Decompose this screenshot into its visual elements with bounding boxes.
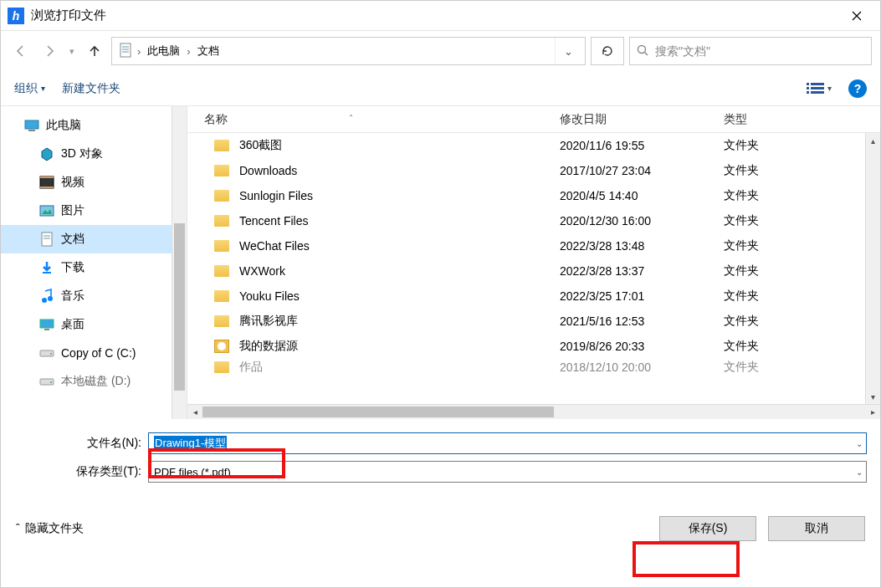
file-row[interactable]: WXWork2022/3/28 13:37文件夹	[187, 258, 865, 284]
search-input[interactable]	[655, 44, 864, 58]
tree-item[interactable]: 3D 对象	[1, 140, 172, 168]
column-name[interactable]: 名称 ˆ	[187, 112, 560, 127]
filelist-vscrollbar[interactable]: ▴ ▾	[865, 133, 880, 404]
tree-item[interactable]: 本地磁盘 (D:)	[1, 367, 172, 396]
svg-point-29	[50, 353, 52, 355]
scroll-down-icon[interactable]: ▾	[866, 389, 880, 404]
folder-tree[interactable]: 此电脑 3D 对象视频图片文档下载音乐桌面Copy of C (C:)本地磁盘 …	[1, 106, 172, 419]
file-name: Tencent Files	[239, 214, 308, 228]
tree-item[interactable]: 文档	[1, 225, 172, 253]
scrollbar-thumb[interactable]	[202, 406, 554, 417]
scroll-left-icon[interactable]: ◂	[187, 407, 202, 417]
file-row[interactable]: Downloads2017/10/27 23:04文件夹	[187, 158, 865, 183]
scrollbar-thumb[interactable]	[174, 223, 185, 391]
tree-label: 桌面	[61, 317, 85, 332]
filename-field[interactable]: Drawing1-模型 ⌄	[148, 432, 867, 454]
tree-item[interactable]: 下载	[1, 253, 172, 282]
music-icon	[39, 289, 54, 304]
chevron-down-icon: ▾	[827, 84, 832, 93]
filetype-field[interactable]: PDF files (*.pdf) ⌄	[148, 461, 867, 483]
svg-line-5	[645, 52, 648, 55]
new-folder-label: 新建文件夹	[62, 81, 120, 96]
cancel-button[interactable]: 取消	[768, 516, 865, 541]
tree-item[interactable]: 音乐	[1, 282, 172, 310]
tree-label: 音乐	[61, 289, 85, 304]
column-type[interactable]: 类型	[724, 112, 880, 127]
tree-item-this-pc[interactable]: 此电脑	[1, 111, 172, 140]
refresh-icon	[601, 44, 614, 58]
pc-icon	[24, 118, 39, 133]
folder-icon	[214, 140, 229, 151]
filename-value[interactable]: Drawing1-模型	[154, 436, 227, 451]
save-inputs: 文件名(N): Drawing1-模型 ⌄ 保存类型(T): PDF files…	[1, 419, 880, 496]
file-type: 文件夹	[724, 138, 865, 153]
folder-icon	[214, 361, 229, 373]
file-row[interactable]: 我的数据源2019/8/26 20:33文件夹	[187, 334, 865, 359]
tree-label: 图片	[61, 203, 85, 218]
new-folder-button[interactable]: 新建文件夹	[62, 81, 120, 96]
svg-rect-8	[807, 87, 809, 89]
filetype-label: 保存类型(T):	[14, 464, 148, 479]
search-box[interactable]	[629, 37, 872, 65]
tree-label: 文档	[61, 232, 85, 247]
file-row[interactable]: 腾讯影视库2021/5/16 12:53文件夹	[187, 309, 865, 334]
filelist-hscrollbar[interactable]: ◂ ▸	[187, 404, 880, 419]
file-row[interactable]: WeChat Files2022/3/28 13:48文件夹	[187, 233, 865, 258]
drive-icon	[39, 345, 54, 360]
filetype-value: PDF files (*.pdf)	[154, 466, 231, 478]
save-button[interactable]: 保存(S)	[659, 516, 756, 541]
breadcrumb[interactable]: › 此电脑 › 文档 ⌄	[111, 37, 586, 65]
file-name: 腾讯影视库	[239, 314, 298, 329]
column-date[interactable]: 修改日期	[560, 112, 724, 127]
3d-icon	[39, 146, 54, 161]
scroll-up-icon[interactable]: ▴	[866, 133, 880, 148]
breadcrumb-item-pc[interactable]: 此电脑	[142, 38, 185, 64]
file-row[interactable]: Sunlogin Files2020/4/5 14:40文件夹	[187, 183, 865, 208]
file-row[interactable]: Tencent Files2020/12/30 16:00文件夹	[187, 208, 865, 233]
tree-item[interactable]: 视频	[1, 168, 172, 197]
tree-item[interactable]: Copy of C (C:)	[1, 339, 172, 367]
chevron-down-icon[interactable]: ⌄	[856, 468, 863, 477]
recent-button[interactable]: ▾	[66, 39, 78, 63]
close-icon	[852, 11, 862, 21]
file-date: 2022/3/28 13:48	[560, 239, 724, 253]
forward-button[interactable]	[38, 39, 61, 63]
file-name: 360截图	[239, 138, 282, 153]
hide-folders-toggle[interactable]: ˆ 隐藏文件夹	[16, 521, 84, 536]
file-row[interactable]: Youku Files2022/3/25 17:01文件夹	[187, 284, 865, 309]
help-button[interactable]: ?	[848, 79, 867, 98]
svg-rect-16	[40, 176, 54, 178]
folder-icon	[214, 315, 229, 327]
file-list[interactable]: 360截图2020/11/6 19:55文件夹Downloads2017/10/…	[187, 133, 865, 376]
file-type: 文件夹	[724, 238, 865, 253]
file-row[interactable]: 作品2018/12/10 20:00文件夹	[187, 359, 865, 376]
breadcrumb-dropdown[interactable]: ⌄	[555, 38, 581, 64]
file-type: 文件夹	[724, 289, 865, 304]
file-date: 2018/12/10 20:00	[560, 360, 724, 374]
breadcrumb-item-documents[interactable]: 文档	[192, 38, 224, 64]
chevron-down-icon[interactable]: ⌄	[856, 439, 863, 448]
tree-item[interactable]: 桌面	[1, 310, 172, 339]
arrow-right-icon	[43, 44, 56, 58]
view-mode-button[interactable]: ▾	[806, 81, 832, 96]
breadcrumb-separator: ›	[185, 45, 192, 58]
tree-label: 视频	[61, 175, 85, 190]
file-row[interactable]: 360截图2020/11/6 19:55文件夹	[187, 133, 865, 158]
up-button[interactable]	[83, 39, 106, 63]
chevron-down-icon: ⌄	[564, 45, 573, 58]
organize-menu[interactable]: 组织 ▾	[14, 81, 45, 96]
folder-icon	[214, 265, 229, 277]
close-button[interactable]	[840, 1, 873, 31]
sort-indicator-icon: ˆ	[350, 115, 352, 124]
drive-icon	[39, 374, 54, 389]
file-date: 2020/4/5 14:40	[560, 189, 724, 202]
filetype-row: 保存类型(T): PDF files (*.pdf) ⌄	[14, 461, 867, 483]
documents-icon	[119, 43, 132, 60]
back-button[interactable]	[9, 39, 33, 63]
refresh-button[interactable]	[591, 37, 624, 65]
sidebar-scrollbar[interactable]	[172, 106, 187, 419]
tree-item[interactable]: 图片	[1, 197, 172, 225]
scroll-right-icon[interactable]: ▸	[865, 407, 880, 417]
file-date: 2019/8/26 20:33	[560, 340, 724, 353]
folder-icon	[214, 165, 229, 176]
